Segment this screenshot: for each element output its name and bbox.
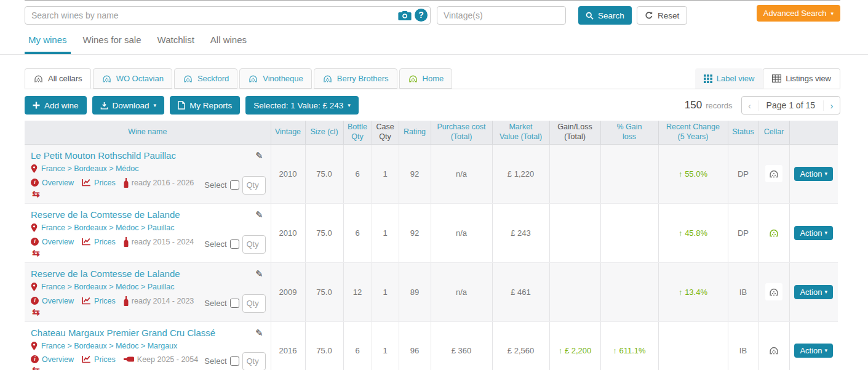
prices-link[interactable]: Prices [94, 297, 116, 305]
bottle-qty-cell: 6 [343, 144, 372, 203]
cellar-icon-button[interactable] [765, 165, 782, 182]
prices-link[interactable]: Prices [94, 238, 116, 246]
recent-cell: ↑ 55.0% [658, 144, 728, 203]
cellar-cell [759, 321, 789, 370]
edit-pencil-icon[interactable]: ✎ [255, 209, 266, 220]
col-market-value[interactable]: Market Value (Total) [492, 121, 549, 144]
select-checkbox[interactable] [230, 356, 239, 366]
action-cell: Action ▾ [789, 262, 838, 321]
search-input[interactable] [25, 6, 431, 25]
qty-input[interactable] [242, 294, 266, 313]
price-chart-icon [82, 297, 91, 305]
qty-input[interactable] [242, 235, 266, 254]
col-purchase-cost[interactable]: Purchase cost (Total) [431, 121, 492, 144]
cellar-icon [768, 345, 779, 356]
selected-value-button[interactable]: Selected: 1 Value: £ 243 ▾ [245, 96, 359, 115]
download-button[interactable]: Download ▾ [92, 96, 165, 115]
tab-watchlist[interactable]: Watchlist [154, 32, 198, 54]
reset-button[interactable]: Reset [637, 6, 687, 25]
bottle-qty-cell: 6 [343, 203, 372, 262]
cellar-cell [759, 203, 789, 262]
wine-name-cell: Reserve de la Comtesse de Lalande ✎ Fran… [25, 203, 271, 262]
qty-input[interactable] [242, 176, 266, 195]
col-wine-name[interactable]: Wine name [25, 121, 271, 144]
edit-pencil-icon[interactable]: ✎ [255, 150, 266, 161]
label-view-button[interactable]: Label view [695, 68, 763, 89]
transfer-arrows-icon[interactable]: ⇆ [32, 307, 40, 317]
edit-pencil-icon[interactable]: ✎ [255, 268, 266, 280]
page-next-button[interactable]: › [823, 100, 840, 111]
prices-link[interactable]: Prices [94, 179, 116, 187]
col-size[interactable]: Size (cl) [305, 121, 343, 144]
wine-name-link[interactable]: Chateau Margaux Premier Grand Cru Classé [31, 328, 215, 338]
my-reports-button[interactable]: My Reports [170, 96, 240, 115]
col-status[interactable]: Status [728, 121, 759, 144]
col-rating[interactable]: Rating [399, 121, 431, 144]
cellar-tab-home[interactable]: Home [399, 68, 453, 89]
cellar-tab-seckford[interactable]: Seckford [174, 68, 237, 89]
cellar-tab-all-cellars[interactable]: All cellars [25, 68, 91, 89]
wine-bottle-icon [124, 296, 129, 306]
vintage-field-wrap [437, 6, 566, 25]
select-checkbox[interactable] [230, 239, 239, 249]
page-indicator: Page 1 of 15 [759, 100, 823, 110]
wine-name-link[interactable]: Reserve de la Comtesse de Lalande [31, 268, 180, 279]
select-quantity-group: Select [204, 352, 265, 370]
recent-cell [658, 321, 728, 370]
cellar-tab-berry-brothers[interactable]: Berry Brothers [314, 68, 397, 89]
vintage-input[interactable] [437, 6, 566, 25]
add-wine-button[interactable]: Add wine [25, 96, 87, 115]
pct-cell [600, 203, 658, 262]
wine-name-link[interactable]: Le Petit Mouton Rothschild Pauillac [31, 150, 176, 161]
tab-wines-for-sale[interactable]: Wines for sale [79, 32, 145, 54]
search-button[interactable]: Search [578, 6, 632, 25]
wine-region-link[interactable]: France > Bordeaux > Médoc > Pauillac [41, 283, 174, 291]
select-checkbox[interactable] [230, 180, 239, 190]
toolbar: Add wine Download ▾ My Reports Selected:… [25, 96, 840, 115]
cellar-tab-wo-octavian[interactable]: WO Octavian [93, 68, 172, 89]
cellar-icon-button[interactable] [765, 224, 782, 241]
cellar-icon-button[interactable] [765, 283, 782, 300]
status-cell: IB [728, 321, 759, 370]
advanced-search-button[interactable]: Advanced Search ▾ [757, 5, 840, 22]
help-icon[interactable]: ? [415, 9, 428, 22]
tab-all-wines[interactable]: All wines [207, 32, 250, 54]
overview-link[interactable]: Overview [42, 297, 74, 305]
drink-window-label: ready 2016 - 2026 [132, 179, 194, 187]
wine-region-link[interactable]: France > Bordeaux > Médoc > Margaux [41, 342, 177, 350]
main-nav-tabs: My wines Wines for sale Watchlist All wi… [25, 32, 250, 54]
col-vintage[interactable]: Vintage [271, 121, 305, 144]
col-cellar[interactable]: Cellar [759, 121, 789, 144]
wine-region-link[interactable]: France > Bordeaux > Médoc [41, 164, 138, 173]
action-button[interactable]: Action ▾ [794, 285, 833, 299]
cellar-icon-button[interactable] [765, 342, 782, 359]
prices-link[interactable]: Prices [94, 355, 116, 364]
select-checkbox[interactable] [230, 299, 239, 308]
col-pct-gain[interactable]: % Gain loss [600, 121, 658, 144]
overview-link[interactable]: Overview [42, 238, 74, 246]
purchase-cost-cell: n/a [431, 262, 492, 321]
col-recent-change[interactable]: Recent Change (5 Years) [658, 121, 728, 144]
transfer-arrows-icon[interactable]: ⇆ [32, 188, 40, 199]
overview-link[interactable]: Overview [42, 179, 74, 187]
cellar-icon [408, 73, 418, 84]
overview-link[interactable]: Overview [42, 355, 74, 364]
action-button[interactable]: Action ▾ [794, 226, 833, 240]
action-button[interactable]: Action ▾ [794, 344, 833, 358]
tab-my-wines[interactable]: My wines [25, 32, 71, 54]
wine-name-link[interactable]: Reserve de la Comtesse de Lalande [31, 209, 180, 220]
wine-region-link[interactable]: France > Bordeaux > Médoc > Pauillac [41, 223, 174, 232]
cellar-tab-vinotheque[interactable]: Vinotheque [239, 68, 312, 89]
cellar-icon [33, 73, 44, 84]
transfer-arrows-icon[interactable]: ⇆ [32, 364, 40, 370]
camera-search-icon[interactable] [398, 10, 412, 21]
size-cell: 75.0 [305, 321, 343, 370]
listings-view-button[interactable]: Listings view [763, 68, 840, 89]
col-bottle-qty[interactable]: Bottle Qty [343, 121, 372, 144]
qty-input[interactable] [242, 352, 266, 370]
action-button[interactable]: Action ▾ [794, 167, 833, 181]
edit-pencil-icon[interactable]: ✎ [255, 328, 266, 339]
page-prev-button[interactable]: ‹ [742, 100, 759, 111]
report-file-icon [178, 101, 185, 110]
transfer-arrows-icon[interactable]: ⇆ [32, 247, 40, 258]
